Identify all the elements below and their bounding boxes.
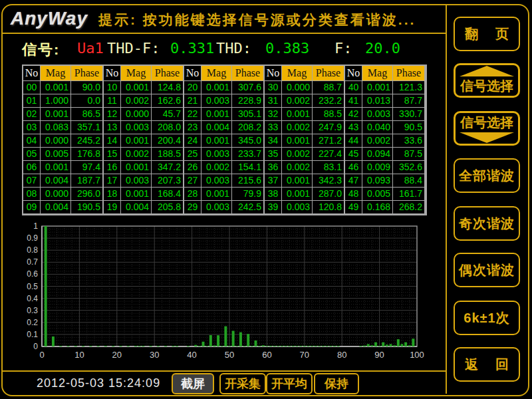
table-cell: 208.0 [152, 121, 184, 134]
table-cell: 357.1 [71, 121, 104, 134]
table-cell: 49 [345, 201, 362, 214]
six-k-plus-minus-one-button[interactable]: 6k±1次 [454, 301, 520, 335]
table-header-cell: Phase [232, 66, 265, 81]
table-cell: 227.4 [313, 148, 345, 161]
table-cell: 14 [104, 134, 121, 148]
chart-bar [52, 336, 55, 346]
table-cell: 233.7 [232, 148, 265, 161]
table-cell: 0.001 [121, 161, 152, 174]
table-header-cell: No [104, 66, 121, 81]
all-harmonics-button[interactable]: 全部谐波 [454, 158, 520, 193]
start-capture-button[interactable]: 开采集 [219, 373, 266, 394]
table-cell: 0.003 [201, 148, 232, 161]
table-header-cell: No [184, 66, 201, 81]
signal-label: 信号: [22, 40, 60, 60]
chart-bar [235, 346, 238, 346]
table-cell: 83.1 [313, 161, 345, 174]
signal-select-up-button[interactable]: 信号选择 [454, 63, 520, 98]
table-cell: 48 [345, 188, 362, 201]
table-cell: 0.168 [362, 201, 393, 214]
chart-bar [205, 346, 208, 346]
back-button[interactable]: 返回 [454, 347, 520, 382]
table-cell: 29 [184, 201, 201, 214]
table-cell: 347.2 [152, 161, 184, 174]
y-tick-label: 0.4 [27, 294, 38, 303]
chart-bar [281, 346, 283, 346]
chart-bar [172, 346, 174, 346]
table-cell: 88.4 [393, 174, 426, 188]
table-cell: 0.001 [201, 134, 232, 148]
table-cell: 247.9 [313, 121, 345, 134]
table-cell: 305.1 [232, 108, 265, 121]
page-button[interactable]: 翻页 [454, 17, 520, 51]
table-cell: 121.3 [393, 81, 426, 94]
table-cell: 0.001 [41, 81, 71, 94]
anyway-logo: AnyWay [11, 8, 88, 29]
x-tick-label: 20 [112, 350, 122, 360]
table-cell: 124.8 [152, 81, 184, 94]
table-cell: 88.5 [313, 108, 345, 121]
table-cell: 45 [345, 148, 362, 161]
table-cell: 87.5 [393, 148, 426, 161]
hold-button[interactable]: 保持 [314, 373, 359, 394]
table-cell: 0.001 [121, 188, 152, 201]
table-cell: 0.001 [41, 161, 71, 174]
table-cell: 08 [23, 188, 41, 201]
even-harmonics-button[interactable]: 偶次谐波 [454, 253, 520, 287]
chart-bar [247, 334, 249, 346]
table-header-cell: Mag [362, 66, 393, 81]
thd-value: 0.383 [265, 40, 309, 57]
table-cell: 287.0 [313, 188, 345, 201]
x-tick-label: 40 [187, 350, 196, 360]
table-cell: 0.000 [41, 134, 71, 148]
table-cell: 0.002 [121, 94, 152, 108]
chart-bar [157, 346, 160, 346]
table-cell: 190.5 [71, 201, 104, 214]
table-cell: 0.001 [282, 108, 313, 121]
table-cell: 242.5 [232, 201, 265, 214]
screenshot-button[interactable]: 截屏 [172, 373, 214, 394]
table-cell: 0.002 [121, 148, 152, 161]
chart-bar [303, 346, 306, 346]
chart-bar [265, 346, 268, 346]
chart-bar [277, 346, 279, 346]
table-header-cell: No [345, 66, 362, 81]
table-cell: 0.040 [362, 121, 393, 134]
chart-bar [311, 346, 313, 346]
table-cell: 18 [104, 188, 121, 201]
table-cell: 23 [184, 121, 201, 134]
chart-bar [164, 346, 167, 346]
table-cell: 154.1 [232, 161, 265, 174]
chart-bar [134, 346, 137, 346]
chart-bar [404, 342, 407, 346]
chart-bar [127, 346, 130, 346]
table-cell: 0.001 [282, 174, 313, 188]
chart-bar [285, 346, 287, 346]
table-cell: 06 [23, 161, 41, 174]
chart-bar [370, 345, 373, 346]
chart-bar [382, 342, 384, 346]
table-cell: 38 [265, 188, 282, 201]
table-cell: 0.002 [282, 161, 313, 174]
table-cell: 0.002 [282, 121, 313, 134]
chart-bar [224, 327, 227, 346]
x-tick-label: 70 [300, 350, 309, 360]
chart-bar [337, 346, 340, 346]
signal-select-down-button[interactable]: 信号选择 [454, 111, 520, 146]
chart-bar [232, 331, 235, 346]
freq-label: F: [334, 40, 352, 57]
odd-harmonics-button[interactable]: 奇次谐波 [454, 206, 520, 241]
button-label: 信号选择 [460, 77, 513, 95]
table-cell: 39 [265, 201, 282, 214]
thdf-value: 0.331 [170, 40, 214, 57]
table-cell: 0.003 [282, 201, 313, 214]
table-header-cell: Phase [393, 66, 426, 81]
y-tick-label: 0 [33, 342, 38, 351]
start-average-button[interactable]: 开平均 [266, 373, 313, 394]
right-button-column: 翻页信号选择信号选择全部谐波奇次谐波偶次谐波6k±1次返回 [447, 0, 532, 399]
chart-bar [251, 346, 253, 346]
x-tick-label: 10 [74, 350, 84, 360]
button-label: 全部谐波 [459, 167, 515, 185]
chart-bar [194, 345, 197, 346]
table-cell: 296.0 [71, 188, 104, 201]
